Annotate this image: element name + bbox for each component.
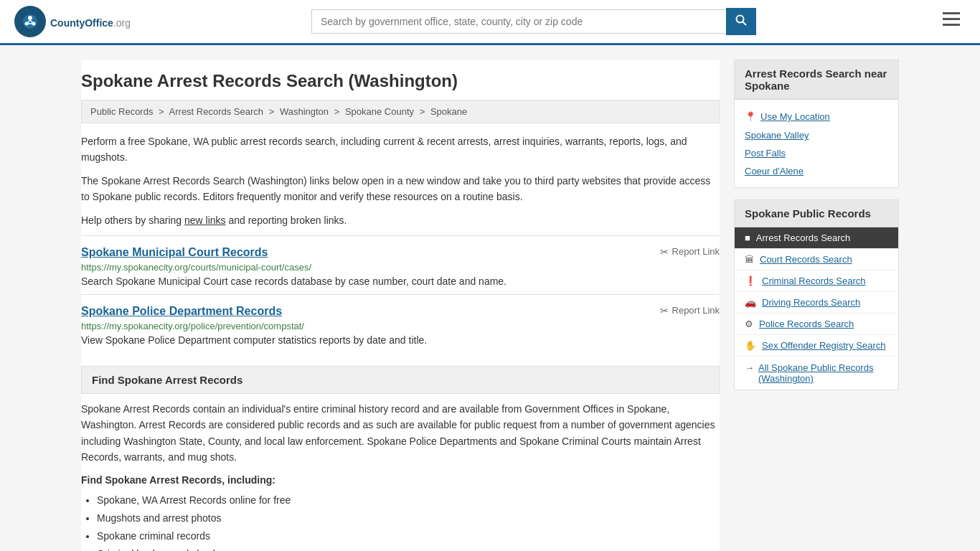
court-icon: 🏛 [745, 254, 754, 265]
breadcrumb-arrest-records[interactable]: Arrest Records Search [169, 106, 264, 117]
main-layout: Spokane Arrest Records Search (Washingto… [67, 45, 913, 551]
pub-rec-item-court[interactable]: 🏛 Court Records Search [735, 249, 898, 270]
nearby-link-3[interactable]: Coeur d'Alene [745, 166, 804, 176]
nearby-item-3: Coeur d'Alene [745, 162, 888, 180]
pub-rec-item-police[interactable]: ⚙ Police Records Search [735, 314, 898, 335]
breadcrumb-washington[interactable]: Washington [280, 106, 329, 117]
svg-line-9 [743, 22, 747, 26]
nearby-link-2[interactable]: Post Falls [745, 148, 786, 159]
sidebar-public-records-title: Spokane Public Records [735, 200, 898, 227]
header-right [937, 9, 966, 34]
record-title-2[interactable]: Spokane Police Department Records [81, 305, 282, 318]
find-section-heading: Find Spokane Arrest Records [81, 366, 720, 394]
sidebar: Arrest Records Search near Spokane 📍 Use… [734, 60, 899, 551]
sidebar-nearby-list: 📍 Use My Location Spokane Valley Post Fa… [735, 100, 898, 187]
svg-point-8 [737, 16, 744, 23]
report-label-1: Report Link [672, 246, 720, 257]
svg-point-2 [28, 16, 32, 20]
svg-rect-10 [943, 12, 960, 14]
svg-rect-12 [943, 24, 960, 26]
new-links-link[interactable]: new links [184, 215, 226, 226]
sidebar-public-records-section: Spokane Public Records ■ Arrest Records … [734, 199, 899, 390]
page-title: Spokane Arrest Records Search (Washingto… [81, 60, 720, 100]
pub-rec-item-sex-offender[interactable]: ✋ Sex Offender Registry Search [735, 335, 898, 357]
driving-records-link[interactable]: Driving Records Search [762, 297, 860, 308]
breadcrumb: Public Records > Arrest Records Search >… [81, 100, 720, 123]
pub-rec-item-arrest[interactable]: ■ Arrest Records Search [735, 227, 898, 249]
breadcrumb-current: Spokane [430, 106, 467, 117]
logo-icon [14, 6, 46, 37]
content-area: Spokane Arrest Records Search (Washingto… [81, 60, 720, 551]
nearby-link-1[interactable]: Spokane Valley [745, 130, 809, 141]
arrest-icon: ■ [745, 232, 750, 243]
driving-icon: 🚗 [745, 297, 756, 308]
sex-offender-icon: ✋ [745, 340, 756, 351]
sex-offender-link[interactable]: Sex Offender Registry Search [762, 340, 885, 351]
record-desc-1: Search Spokane Municipal Court case reco… [81, 276, 720, 287]
logo-text: CountyOffice.org [50, 14, 131, 30]
description-p3: Help others by sharing new links and rep… [81, 212, 720, 228]
breadcrumb-public-records[interactable]: Public Records [90, 106, 153, 117]
report-link-1[interactable]: ✂ Report Link [660, 246, 720, 258]
all-records-link-container: → All Spokane Public Records (Washington… [735, 357, 898, 390]
report-link-2[interactable]: ✂ Report Link [660, 305, 720, 316]
arrest-records-link[interactable]: Arrest Records Search [756, 232, 851, 243]
find-list-item-4: Criminal background checks [97, 545, 720, 551]
court-records-link[interactable]: Court Records Search [760, 254, 852, 265]
location-pin-icon: 📍 [745, 111, 756, 122]
find-list: Spokane, WA Arrest Records online for fr… [81, 491, 720, 551]
find-list-item-3: Spokane criminal records [97, 527, 720, 545]
report-icon-2: ✂ [660, 305, 669, 316]
record-url-1[interactable]: https://my.spokanecity.org/courts/munici… [81, 262, 720, 273]
record-item-1: Spokane Municipal Court Records ✂ Report… [81, 235, 720, 294]
use-location-link[interactable]: Use My Location [760, 111, 830, 122]
record-header-1: Spokane Municipal Court Records ✂ Report… [81, 246, 720, 259]
breadcrumb-spokane-county[interactable]: Spokane County [345, 106, 414, 117]
sidebar-nearby-title: Arrest Records Search near Spokane [735, 60, 898, 100]
record-url-2[interactable]: https://my.spokanecity.org/police/preven… [81, 321, 720, 331]
pub-rec-item-driving[interactable]: 🚗 Driving Records Search [735, 292, 898, 314]
find-subheading: Find Spokane Arrest Records, including: [81, 474, 720, 486]
svg-rect-11 [943, 18, 960, 20]
nearby-item-2: Post Falls [745, 144, 888, 162]
criminal-records-link[interactable]: Criminal Records Search [762, 276, 866, 286]
report-label-2: Report Link [672, 305, 720, 316]
record-title-1[interactable]: Spokane Municipal Court Records [81, 246, 268, 259]
description-p1: Perform a free Spokane, WA public arrest… [81, 133, 720, 166]
header: CountyOffice.org [0, 0, 980, 45]
police-records-link[interactable]: Police Records Search [759, 319, 854, 329]
report-icon-1: ✂ [660, 246, 669, 258]
record-item-2: Spokane Police Department Records ✂ Repo… [81, 294, 720, 353]
find-list-item-2: Mugshots and arrest photos [97, 509, 720, 527]
record-header-2: Spokane Police Department Records ✂ Repo… [81, 305, 720, 318]
description-p2: The Spokane Arrest Records Search (Washi… [81, 173, 720, 205]
search-input[interactable] [311, 9, 726, 34]
find-list-item-1: Spokane, WA Arrest Records online for fr… [97, 491, 720, 509]
police-icon: ⚙ [745, 319, 753, 329]
all-records-link[interactable]: All Spokane Public Records (Washington) [758, 362, 888, 384]
search-button[interactable] [726, 8, 756, 35]
menu-button[interactable] [937, 9, 966, 34]
search-area [311, 8, 756, 35]
logo-area: CountyOffice.org [14, 6, 131, 37]
record-desc-2: View Spokane Police Department computer … [81, 334, 720, 346]
nearby-item-1: Spokane Valley [745, 126, 888, 144]
use-location[interactable]: 📍 Use My Location [745, 107, 888, 126]
criminal-icon: ❗ [745, 276, 756, 286]
pub-rec-item-criminal[interactable]: ❗ Criminal Records Search [735, 270, 898, 292]
sidebar-nearby-section: Arrest Records Search near Spokane 📍 Use… [734, 60, 899, 188]
arrow-icon: → [745, 362, 754, 373]
find-text: Spokane Arrest Records contain an indivi… [81, 401, 720, 466]
